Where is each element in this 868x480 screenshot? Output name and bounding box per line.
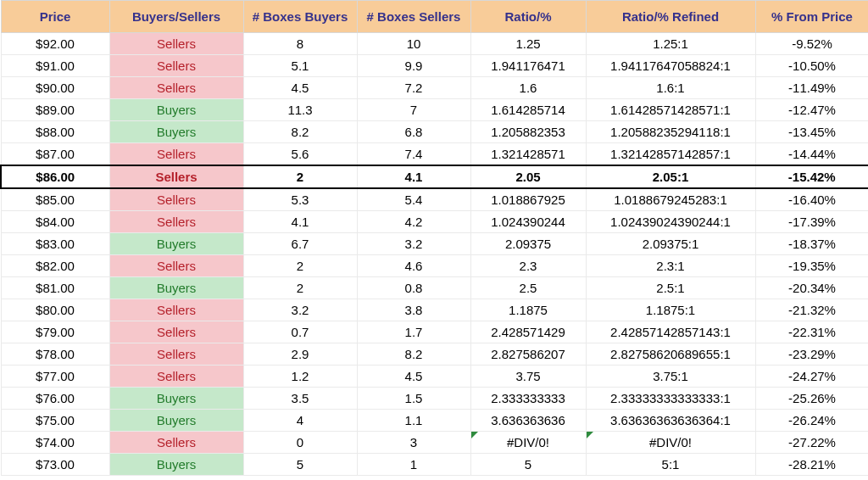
cell-price[interactable]: $77.00	[1, 366, 109, 388]
cell-from-price[interactable]: -12.47%	[755, 99, 868, 121]
cell-price[interactable]: $79.00	[1, 321, 109, 343]
header-price[interactable]: Price	[1, 1, 109, 33]
table-row[interactable]: $76.00Buyers3.51.52.3333333332.333333333…	[1, 388, 868, 410]
cell-price[interactable]: $83.00	[1, 233, 109, 255]
table-row[interactable]: $88.00Buyers8.26.81.2058823531.205882352…	[1, 121, 868, 143]
cell-boxes-buyers[interactable]: 11.3	[243, 99, 357, 121]
cell-ratio[interactable]: 1.25	[470, 33, 586, 55]
cell-ratio-refined[interactable]: 2.3:1	[586, 255, 755, 277]
cell-ratio-refined[interactable]: 1.61428571428571:1	[586, 99, 755, 121]
cell-boxes-buyers[interactable]: 8.2	[243, 121, 357, 143]
cell-ratio-refined[interactable]: 2.42857142857143:1	[586, 321, 755, 343]
cell-buyers-sellers[interactable]: Buyers	[109, 277, 243, 299]
cell-from-price[interactable]: -24.27%	[755, 366, 868, 388]
cell-buyers-sellers[interactable]: Sellers	[109, 299, 243, 321]
cell-boxes-buyers[interactable]: 2	[243, 255, 357, 277]
cell-from-price[interactable]: -17.39%	[755, 211, 868, 233]
cell-ratio-refined[interactable]: 1.0188679245283:1	[586, 188, 755, 211]
cell-ratio[interactable]: 1.1875	[470, 299, 586, 321]
cell-boxes-sellers[interactable]: 10	[357, 33, 470, 55]
cell-boxes-buyers[interactable]: 8	[243, 33, 357, 55]
cell-ratio[interactable]: #DIV/0!	[470, 432, 586, 454]
cell-price[interactable]: $92.00	[1, 33, 109, 55]
cell-price[interactable]: $88.00	[1, 121, 109, 143]
cell-boxes-buyers[interactable]: 4.5	[243, 77, 357, 99]
cell-ratio-refined[interactable]: 2.33333333333333:1	[586, 388, 755, 410]
cell-buyers-sellers[interactable]: Sellers	[109, 55, 243, 77]
cell-price[interactable]: $78.00	[1, 343, 109, 366]
cell-buyers-sellers[interactable]: Buyers	[109, 410, 243, 432]
table-row[interactable]: $81.00Buyers20.82.52.5:1-20.34%	[1, 277, 868, 299]
cell-ratio[interactable]: 2.5	[470, 277, 586, 299]
cell-ratio[interactable]: 1.024390244	[470, 211, 586, 233]
cell-buyers-sellers[interactable]: Sellers	[109, 432, 243, 454]
cell-ratio-refined[interactable]: 1.02439024390244:1	[586, 211, 755, 233]
header-buyers-sellers[interactable]: Buyers/Sellers	[109, 1, 243, 33]
cell-from-price[interactable]: -25.26%	[755, 388, 868, 410]
cell-ratio[interactable]: 2.05	[470, 165, 586, 188]
cell-ratio[interactable]: 2.827586207	[470, 343, 586, 366]
cell-ratio-refined[interactable]: 1.25:1	[586, 33, 755, 55]
cell-buyers-sellers[interactable]: Buyers	[109, 99, 243, 121]
cell-price[interactable]: $85.00	[1, 188, 109, 211]
cell-price[interactable]: $80.00	[1, 299, 109, 321]
cell-from-price[interactable]: -20.34%	[755, 277, 868, 299]
header-ratio[interactable]: Ratio/%	[470, 1, 586, 33]
cell-price[interactable]: $75.00	[1, 410, 109, 432]
cell-buyers-sellers[interactable]: Sellers	[109, 366, 243, 388]
cell-ratio[interactable]: 2.09375	[470, 233, 586, 255]
cell-boxes-buyers[interactable]: 5.6	[243, 143, 357, 166]
cell-boxes-sellers[interactable]: 7	[357, 99, 470, 121]
cell-ratio-refined[interactable]: 2.09375:1	[586, 233, 755, 255]
cell-boxes-buyers[interactable]: 3.2	[243, 299, 357, 321]
cell-buyers-sellers[interactable]: Sellers	[109, 77, 243, 99]
cell-ratio-refined[interactable]: 1.6:1	[586, 77, 755, 99]
cell-boxes-buyers[interactable]: 6.7	[243, 233, 357, 255]
cell-ratio[interactable]: 1.941176471	[470, 55, 586, 77]
cell-boxes-sellers[interactable]: 3	[357, 432, 470, 454]
cell-buyers-sellers[interactable]: Sellers	[109, 321, 243, 343]
cell-boxes-buyers[interactable]: 5	[243, 454, 357, 476]
table-row[interactable]: $75.00Buyers41.13.6363636363.63636363636…	[1, 410, 868, 432]
cell-ratio-refined[interactable]: 3.75:1	[586, 366, 755, 388]
cell-boxes-sellers[interactable]: 1.7	[357, 321, 470, 343]
cell-from-price[interactable]: -28.21%	[755, 454, 868, 476]
cell-from-price[interactable]: -14.44%	[755, 143, 868, 166]
cell-boxes-sellers[interactable]: 0.8	[357, 277, 470, 299]
cell-from-price[interactable]: -22.31%	[755, 321, 868, 343]
cell-boxes-sellers[interactable]: 5.4	[357, 188, 470, 211]
cell-ratio[interactable]: 1.205882353	[470, 121, 586, 143]
header-boxes-sellers[interactable]: # Boxes Sellers	[357, 1, 470, 33]
cell-boxes-buyers[interactable]: 4.1	[243, 211, 357, 233]
cell-price[interactable]: $91.00	[1, 55, 109, 77]
cell-ratio-refined[interactable]: 3.63636363636364:1	[586, 410, 755, 432]
cell-buyers-sellers[interactable]: Sellers	[109, 211, 243, 233]
cell-buyers-sellers[interactable]: Sellers	[109, 343, 243, 366]
cell-ratio[interactable]: 2.428571429	[470, 321, 586, 343]
cell-buyers-sellers[interactable]: Sellers	[109, 188, 243, 211]
cell-price[interactable]: $89.00	[1, 99, 109, 121]
cell-from-price[interactable]: -13.45%	[755, 121, 868, 143]
cell-price[interactable]: $84.00	[1, 211, 109, 233]
cell-buyers-sellers[interactable]: Sellers	[109, 165, 243, 188]
table-row[interactable]: $92.00Sellers8101.251.25:1-9.52%	[1, 33, 868, 55]
cell-from-price[interactable]: -18.37%	[755, 233, 868, 255]
cell-ratio-refined[interactable]: 2.5:1	[586, 277, 755, 299]
cell-ratio-refined[interactable]: 5:1	[586, 454, 755, 476]
cell-buyers-sellers[interactable]: Sellers	[109, 143, 243, 166]
cell-buyers-sellers[interactable]: Buyers	[109, 388, 243, 410]
table-row[interactable]: $78.00Sellers2.98.22.8275862072.82758620…	[1, 343, 868, 366]
cell-ratio[interactable]: 3.636363636	[470, 410, 586, 432]
header-from-price[interactable]: % From Price	[755, 1, 868, 33]
cell-boxes-buyers[interactable]: 2	[243, 165, 357, 188]
cell-ratio[interactable]: 1.321428571	[470, 143, 586, 166]
cell-from-price[interactable]: -21.32%	[755, 299, 868, 321]
cell-ratio[interactable]: 2.333333333	[470, 388, 586, 410]
cell-ratio-refined[interactable]: 1.32142857142857:1	[586, 143, 755, 166]
cell-buyers-sellers[interactable]: Sellers	[109, 255, 243, 277]
cell-boxes-buyers[interactable]: 5.1	[243, 55, 357, 77]
cell-buyers-sellers[interactable]: Buyers	[109, 454, 243, 476]
cell-boxes-sellers[interactable]: 9.9	[357, 55, 470, 77]
cell-buyers-sellers[interactable]: Sellers	[109, 33, 243, 55]
cell-ratio-refined[interactable]: #DIV/0!	[586, 432, 755, 454]
